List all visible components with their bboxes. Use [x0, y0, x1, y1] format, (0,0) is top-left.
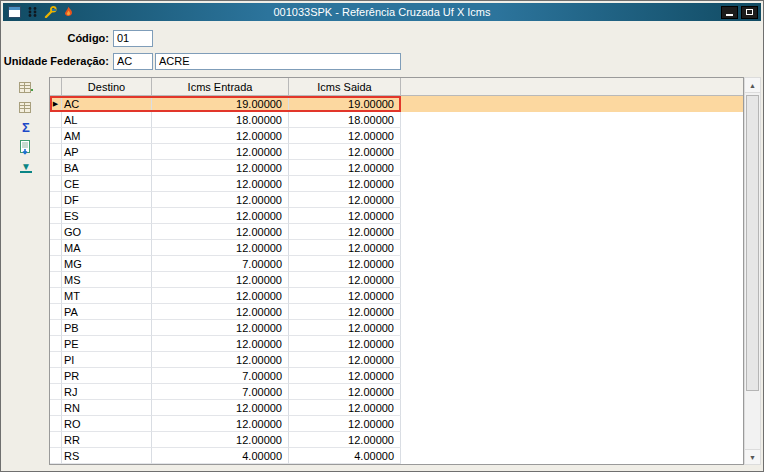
table-row[interactable]: DF 12.00000 12.00000 — [50, 192, 743, 208]
column-header-icms-saida[interactable]: Icms Saida — [289, 78, 401, 96]
table-row[interactable]: GO 12.00000 12.00000 — [50, 224, 743, 240]
cell-icms-saida[interactable]: 12.00000 — [289, 304, 401, 320]
table-row[interactable]: PI 12.00000 12.00000 — [50, 352, 743, 368]
table-row[interactable]: ▶ AC 19.00000 19.00000 — [50, 96, 743, 112]
cell-icms-saida[interactable]: 18.00000 — [289, 112, 401, 128]
cell-icms-saida[interactable]: 12.00000 — [289, 176, 401, 192]
cell-destino[interactable]: RO — [62, 416, 152, 432]
cell-icms-saida[interactable]: 19.00000 — [289, 96, 401, 112]
navigator-dots-icon[interactable] — [25, 6, 39, 19]
cell-icms-saida[interactable]: 12.00000 — [289, 128, 401, 144]
cell-icms-saida[interactable]: 12.00000 — [289, 240, 401, 256]
cell-icms-entrada[interactable]: 12.00000 — [152, 240, 289, 256]
cell-destino[interactable]: MG — [62, 256, 152, 272]
cell-icms-saida[interactable]: 12.00000 — [289, 272, 401, 288]
scrollbar-thumb[interactable] — [746, 95, 759, 391]
cell-destino[interactable]: AC — [62, 96, 152, 112]
last-record-icon[interactable]: ▼ — [16, 159, 36, 176]
table-row[interactable]: PA 12.00000 12.00000 — [50, 304, 743, 320]
cell-icms-entrada[interactable]: 12.00000 — [152, 432, 289, 448]
uf-name-input[interactable] — [155, 53, 401, 70]
cell-icms-saida[interactable]: 4.00000 — [289, 448, 401, 464]
cell-destino[interactable]: DF — [62, 192, 152, 208]
cell-icms-saida[interactable]: 12.00000 — [289, 224, 401, 240]
table-row[interactable]: PR 7.00000 12.00000 — [50, 368, 743, 384]
cell-icms-saida[interactable]: 12.00000 — [289, 256, 401, 272]
cell-icms-saida[interactable]: 12.00000 — [289, 432, 401, 448]
cell-destino[interactable]: BA — [62, 160, 152, 176]
scroll-down-icon[interactable]: ▼ — [745, 449, 760, 464]
table-row[interactable]: BA 12.00000 12.00000 — [50, 160, 743, 176]
cell-destino[interactable]: PR — [62, 368, 152, 384]
table-row[interactable]: AM 12.00000 12.00000 — [50, 128, 743, 144]
cell-destino[interactable]: RJ — [62, 384, 152, 400]
cell-destino[interactable]: PE — [62, 336, 152, 352]
cell-destino[interactable]: MS — [62, 272, 152, 288]
cell-icms-entrada[interactable]: 18.00000 — [152, 112, 289, 128]
table-row[interactable]: AP 12.00000 12.00000 — [50, 144, 743, 160]
table-row[interactable]: RJ 7.00000 12.00000 — [50, 384, 743, 400]
cell-icms-entrada[interactable]: 12.00000 — [152, 192, 289, 208]
cell-destino[interactable]: RR — [62, 432, 152, 448]
cell-icms-entrada[interactable]: 12.00000 — [152, 336, 289, 352]
form-icon[interactable] — [7, 6, 21, 19]
cell-icms-entrada[interactable]: 12.00000 — [152, 272, 289, 288]
cell-destino[interactable]: CE — [62, 176, 152, 192]
cell-destino[interactable]: AM — [62, 128, 152, 144]
cell-icms-entrada[interactable]: 12.00000 — [152, 160, 289, 176]
table-row[interactable]: RR 12.00000 12.00000 — [50, 432, 743, 448]
table-row[interactable]: RS 4.00000 4.00000 — [50, 448, 743, 464]
column-header-destino[interactable]: Destino — [62, 78, 152, 96]
cell-icms-entrada[interactable]: 12.00000 — [152, 176, 289, 192]
table-row[interactable]: MS 12.00000 12.00000 — [50, 272, 743, 288]
cell-icms-saida[interactable]: 12.00000 — [289, 368, 401, 384]
cell-icms-entrada[interactable]: 12.00000 — [152, 400, 289, 416]
cell-icms-entrada[interactable]: 12.00000 — [152, 288, 289, 304]
sum-icon[interactable]: Σ — [16, 119, 36, 136]
table-row[interactable]: RN 12.00000 12.00000 — [50, 400, 743, 416]
cell-icms-entrada[interactable]: 12.00000 — [152, 224, 289, 240]
minimize-button[interactable] — [721, 6, 738, 19]
table-row[interactable]: ES 12.00000 12.00000 — [50, 208, 743, 224]
cell-destino[interactable]: ES — [62, 208, 152, 224]
cell-icms-entrada[interactable]: 12.00000 — [152, 144, 289, 160]
cell-icms-saida[interactable]: 12.00000 — [289, 160, 401, 176]
cell-destino[interactable]: AP — [62, 144, 152, 160]
cell-destino[interactable]: GO — [62, 224, 152, 240]
table-row[interactable]: MT 12.00000 12.00000 — [50, 288, 743, 304]
scroll-up-icon[interactable]: ▲ — [745, 78, 760, 93]
cell-destino[interactable]: PB — [62, 320, 152, 336]
cell-icms-entrada[interactable]: 12.00000 — [152, 416, 289, 432]
cell-icms-entrada[interactable]: 12.00000 — [152, 352, 289, 368]
maximize-button[interactable] — [741, 6, 758, 19]
cell-icms-saida[interactable]: 12.00000 — [289, 384, 401, 400]
cell-icms-saida[interactable]: 12.00000 — [289, 336, 401, 352]
cell-icms-entrada[interactable]: 19.00000 — [152, 96, 289, 112]
column-header-icms-entrada[interactable]: Icms Entrada — [152, 78, 289, 96]
cell-destino[interactable]: PI — [62, 352, 152, 368]
table-row[interactable]: AL 18.00000 18.00000 — [50, 112, 743, 128]
cell-icms-entrada[interactable]: 7.00000 — [152, 384, 289, 400]
cell-destino[interactable]: RN — [62, 400, 152, 416]
codigo-input[interactable] — [113, 30, 153, 47]
cell-icms-saida[interactable]: 12.00000 — [289, 144, 401, 160]
table-row[interactable]: PE 12.00000 12.00000 — [50, 336, 743, 352]
export-icon[interactable] — [16, 139, 36, 156]
table-row[interactable]: MA 12.00000 12.00000 — [50, 240, 743, 256]
cell-destino[interactable]: RS — [62, 448, 152, 464]
cell-icms-entrada[interactable]: 7.00000 — [152, 368, 289, 384]
cell-icms-saida[interactable]: 12.00000 — [289, 416, 401, 432]
cell-icms-saida[interactable]: 12.00000 — [289, 192, 401, 208]
cell-icms-saida[interactable]: 12.00000 — [289, 352, 401, 368]
cell-icms-saida[interactable]: 12.00000 — [289, 400, 401, 416]
wrench-icon[interactable] — [43, 6, 57, 19]
table-row[interactable]: MG 7.00000 12.00000 — [50, 256, 743, 272]
cell-icms-saida[interactable]: 12.00000 — [289, 320, 401, 336]
table-row[interactable]: PB 12.00000 12.00000 — [50, 320, 743, 336]
table-row[interactable]: CE 12.00000 12.00000 — [50, 176, 743, 192]
flame-icon[interactable] — [61, 6, 75, 19]
uf-code-input[interactable] — [113, 53, 153, 70]
cell-icms-entrada[interactable]: 12.00000 — [152, 128, 289, 144]
cell-destino[interactable]: MT — [62, 288, 152, 304]
cell-icms-entrada[interactable]: 12.00000 — [152, 320, 289, 336]
